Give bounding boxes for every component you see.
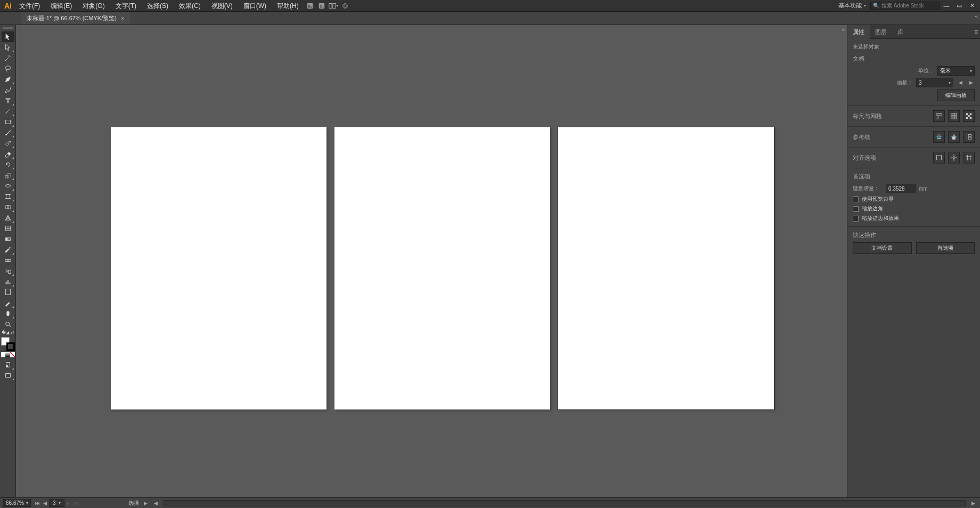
color-mode-row[interactable] <box>1 352 15 357</box>
artboard-1[interactable] <box>111 127 326 409</box>
arrange-docs-icon[interactable]: ▾ <box>328 1 339 11</box>
first-artboard-button[interactable]: ⏮ <box>34 501 41 506</box>
grid-toggle-icon[interactable] <box>948 110 960 122</box>
lock-guides-icon[interactable] <box>948 131 960 143</box>
gradient-tool[interactable] <box>2 234 14 244</box>
menu-window[interactable]: 窗口(W) <box>238 0 272 12</box>
next-artboard-button[interactable]: ▶ <box>967 78 975 87</box>
mesh-tool[interactable] <box>2 223 14 234</box>
bridge-icon[interactable]: Br <box>304 1 316 11</box>
prev-artboard-button[interactable]: ◀ <box>957 78 964 87</box>
svg-rect-28 <box>5 282 6 284</box>
symbol-sprayer-tool[interactable] <box>2 266 14 276</box>
zoom-tool[interactable] <box>2 319 14 330</box>
rotate-tool[interactable] <box>2 159 14 170</box>
line-tool[interactable] <box>2 106 14 117</box>
menu-edit[interactable]: 编辑(E) <box>45 0 77 12</box>
artboard-select[interactable]: 3▾ <box>916 78 953 87</box>
document-setup-button[interactable]: 文档设置 <box>853 242 912 254</box>
expand-tabbar-icon[interactable]: « <box>975 13 978 19</box>
artboard-3[interactable] <box>558 127 774 409</box>
snap-to-grid-icon[interactable] <box>963 152 975 163</box>
type-tool[interactable] <box>2 95 14 106</box>
draw-mode-normal[interactable] <box>2 359 14 370</box>
key-incr-input[interactable] <box>886 184 916 193</box>
menu-effect[interactable]: 效果(C) <box>174 0 206 12</box>
scale-strokes-checkbox[interactable]: 缩放描边和效果 <box>853 215 975 222</box>
color-mode-none[interactable] <box>10 352 15 357</box>
close-button[interactable]: ✕ <box>966 2 978 10</box>
menu-view[interactable]: 视图(V) <box>206 0 238 12</box>
stroke-swatch[interactable] <box>6 342 15 351</box>
eraser-tool[interactable] <box>2 149 14 159</box>
curvature-tool[interactable] <box>2 85 14 95</box>
fill-stroke-control[interactable] <box>1 337 15 351</box>
paintbrush-tool[interactable] <box>2 127 14 138</box>
document-tab[interactable]: 未标题-1* @ 66.67% (CMYK/预览) × <box>21 12 130 24</box>
tab-close-icon[interactable]: × <box>121 15 125 22</box>
next-artboard-button[interactable]: ▶ <box>66 501 71 506</box>
eyedropper-tool[interactable] <box>2 244 14 255</box>
canvas[interactable]: « <box>16 25 847 497</box>
snap-to-point-icon[interactable] <box>948 152 960 163</box>
last-artboard-button[interactable]: ⏭ <box>72 501 79 506</box>
preferences-button[interactable]: 首选项 <box>916 242 975 254</box>
snap-to-pixel-icon[interactable] <box>933 152 945 163</box>
magic-wand-tool[interactable] <box>2 53 14 63</box>
menu-select[interactable]: 选择(S) <box>142 0 174 12</box>
use-preview-bounds-checkbox[interactable]: 使用预览边界 <box>853 195 975 203</box>
tab-properties[interactable]: 属性 <box>847 25 870 39</box>
screen-mode[interactable] <box>2 370 14 381</box>
zoom-level-select[interactable]: 66.67% ▾ <box>3 499 31 507</box>
show-guides-icon[interactable] <box>933 131 945 143</box>
menu-help[interactable]: 帮助(H) <box>272 0 304 12</box>
maximize-button[interactable]: ▭ <box>953 2 965 10</box>
collapse-panels-icon[interactable]: « <box>842 27 845 32</box>
shaper-tool[interactable] <box>2 138 14 149</box>
perspective-grid-tool[interactable] <box>2 212 14 223</box>
toggle-fill-stroke[interactable]: �◢⇄ <box>2 330 14 335</box>
stock-icon[interactable]: St <box>316 1 328 11</box>
tab-libraries[interactable]: 库 <box>892 25 909 39</box>
search-input[interactable]: 🔍 搜索 Adobe Stock <box>870 2 940 10</box>
rectangle-tool[interactable] <box>2 117 14 127</box>
width-tool[interactable] <box>2 181 14 191</box>
tab-layers[interactable]: 图层 <box>870 25 892 39</box>
prev-artboard-button[interactable]: ◀ <box>42 501 48 506</box>
status-flyout-icon[interactable]: ▶ <box>142 501 149 506</box>
panel-menu-icon[interactable]: ≡ <box>974 28 978 36</box>
free-transform-tool[interactable] <box>2 191 14 202</box>
scale-corners-checkbox[interactable]: 缩放边角 <box>853 205 975 212</box>
unit-select[interactable]: 毫米▾ <box>937 66 975 76</box>
artboard-tool[interactable] <box>2 287 14 298</box>
hand-tool[interactable] <box>2 308 14 319</box>
gpu-icon[interactable] <box>339 1 351 11</box>
direct-selection-tool[interactable] <box>2 42 14 53</box>
horizontal-scrollbar[interactable] <box>164 500 966 506</box>
edit-artboards-button[interactable]: 编辑画板 <box>937 89 975 101</box>
minimize-button[interactable]: — <box>941 2 952 10</box>
smart-guides-icon[interactable] <box>963 131 975 143</box>
shape-builder-tool[interactable] <box>2 202 14 212</box>
toolbar-grip[interactable] <box>3 27 13 29</box>
color-mode-gradient[interactable] <box>5 352 10 357</box>
artboard-2[interactable] <box>334 127 550 409</box>
scale-tool[interactable] <box>2 170 14 181</box>
blend-tool[interactable] <box>2 255 14 266</box>
column-graph-tool[interactable] <box>2 276 14 287</box>
pen-tool[interactable] <box>2 74 14 85</box>
scroll-left-button[interactable]: ◀ <box>152 501 159 506</box>
lasso-tool[interactable] <box>2 63 14 74</box>
slice-tool[interactable] <box>2 298 14 308</box>
transparency-grid-icon[interactable] <box>963 110 975 122</box>
workspace-selector[interactable]: 基本功能 ▾ <box>835 2 869 10</box>
svg-rect-29 <box>7 280 9 284</box>
menu-type[interactable]: 文字(T) <box>110 0 142 12</box>
menu-object[interactable]: 对象(O) <box>77 0 110 12</box>
color-mode-color[interactable] <box>1 352 6 357</box>
artboard-number-select[interactable]: 3 ▾ <box>49 499 65 507</box>
selection-tool[interactable] <box>2 31 14 42</box>
ruler-toggle-icon[interactable] <box>933 110 945 122</box>
scroll-right-button[interactable]: ▶ <box>970 501 977 506</box>
menu-file[interactable]: 文件(F) <box>14 0 45 12</box>
